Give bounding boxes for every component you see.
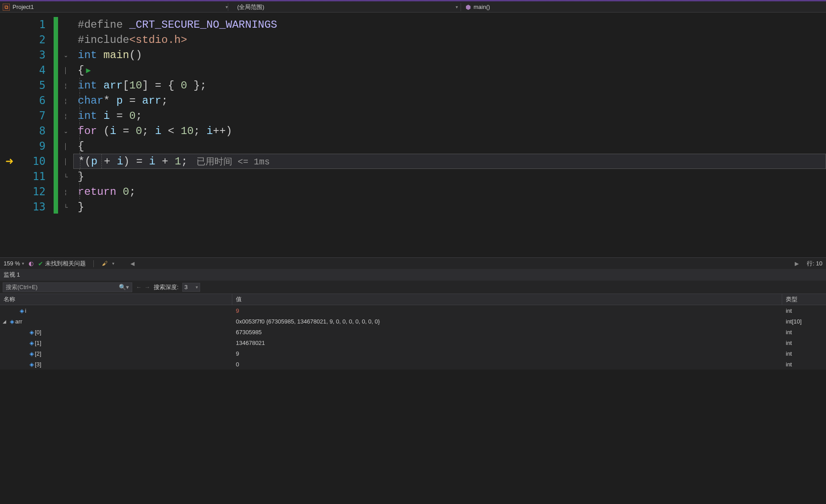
code-line: char* p = arr; [73, 93, 826, 108]
watch-column-header[interactable]: 名称 值 类型 [0, 294, 826, 305]
fold-toggle-icon[interactable]: ⌄ [58, 47, 73, 63]
watch-panel-title: 监视 1 [0, 269, 826, 281]
scroll-right-button[interactable]: ▶ [792, 260, 801, 268]
watch-value: 9 [232, 350, 782, 357]
column-header-type[interactable]: 类型 [782, 294, 826, 305]
zoom-level[interactable]: 159 % ▾ [4, 260, 24, 267]
nav-project-dropdown[interactable]: ⧉ Project1 ▾ [0, 4, 228, 11]
watch-row[interactable]: ◈ [1] 134678021 int [0, 337, 826, 348]
perf-tip[interactable]: 已用时间 <= 1ms [197, 155, 270, 168]
chevron-down-icon: ▾ [456, 4, 458, 9]
code-line: {▶ [73, 63, 826, 78]
search-icon: 🔍▾ [119, 284, 129, 290]
watch-row[interactable]: ◢◈ arr 0x0053f7f0 {67305985, 134678021, … [0, 316, 826, 327]
watch-type: int [782, 350, 826, 357]
code-text-area[interactable]: #define _CRT_SECURE_NO_WARNINGS #include… [73, 13, 826, 257]
watch-row[interactable]: ◈ [0] 67305985 int [0, 327, 826, 337]
nav-scope-dropdown[interactable]: (全局范围) ▾ [228, 2, 461, 12]
watch-row[interactable]: ◈ [3] 0 int [0, 359, 826, 370]
run-to-click-icon[interactable]: ▶ [86, 65, 91, 75]
intellisense-icon[interactable]: ◐ [29, 260, 34, 267]
code-line: #include<stdio.h> [73, 32, 826, 47]
code-line: } [73, 199, 826, 214]
code-line: { [73, 139, 826, 154]
expand-toggle-icon[interactable]: ◢ [0, 319, 9, 324]
nav-function-label: main() [474, 4, 490, 10]
search-back-button[interactable]: ← [136, 284, 142, 290]
cursor-line-indicator[interactable]: 行: 10 [807, 260, 822, 268]
code-line: } [73, 169, 826, 184]
navigation-bar: ⧉ Project1 ▾ (全局范围) ▾ ⬢ main() [0, 2, 826, 13]
watch-type: int [782, 340, 826, 346]
watch-row[interactable]: ◈ [2] 9 int [0, 348, 826, 359]
scroll-left-button[interactable]: ◀ [128, 260, 137, 268]
brush-icon[interactable]: 🖌 [102, 260, 108, 267]
code-line: for (i = 0; i < 10; i++) [73, 123, 826, 139]
variable-icon: ◈ [20, 307, 24, 314]
variable-icon: ◈ [10, 318, 14, 325]
watch-value: 9 [232, 307, 782, 314]
change-indicator-bar [54, 17, 58, 214]
chevron-down-icon: ▾ [196, 285, 198, 290]
search-depth-label: 搜索深度: [154, 283, 179, 291]
variable-icon: ◈ [29, 340, 34, 346]
issues-status[interactable]: ✔未找到相关问题 [38, 260, 86, 268]
nav-function-dropdown[interactable]: ⬢ main() [461, 4, 826, 11]
watch-search-input[interactable]: 搜索(Ctrl+E) 🔍▾ [3, 282, 132, 292]
check-icon: ✔ [38, 260, 43, 267]
cube-icon: ⬢ [465, 4, 471, 11]
editor-status-bar: 159 % ▾ ◐ ✔未找到相关问题 │ 🖌 ▾ ◀ ▶ 行: 10 [0, 257, 826, 269]
search-depth-select[interactable]: 3 ▾ [182, 283, 200, 292]
code-line: int arr[10] = { 0 }; [73, 78, 826, 93]
watch-toolbar: 搜索(Ctrl+E) 🔍▾ ← → 搜索深度: 3 ▾ [0, 281, 826, 294]
code-line: int i = 0; [73, 108, 826, 123]
fold-gutter[interactable]: ⌄ │ ¦ ¦ ¦ ⌄ │ │ └ ¦ └ [58, 13, 73, 257]
watch-value: 134678021 [232, 340, 782, 346]
watch-row[interactable]: ◈ i 9 int [0, 305, 826, 316]
cpp-project-icon: ⧉ [3, 4, 10, 11]
search-forward-button[interactable]: → [144, 284, 150, 290]
watch-panel: 监视 1 搜索(Ctrl+E) 🔍▾ ← → 搜索深度: 3 ▾ 名称 值 类型… [0, 269, 826, 370]
code-line-current: *(p + i) = i + 1;已用时间 <= 1ms [73, 154, 826, 169]
code-line: #define _CRT_SECURE_NO_WARNINGS [73, 17, 826, 32]
watch-type: int[10] [782, 318, 826, 325]
watch-type: int [782, 329, 826, 336]
column-header-value[interactable]: 值 [232, 294, 782, 305]
variable-icon: ◈ [29, 350, 34, 357]
execution-pointer-icon: ➜ [5, 155, 13, 167]
variable-icon: ◈ [29, 361, 34, 368]
code-editor[interactable]: ➜ 1 2 3 4 5 6 7 8 9 10 11 12 13 ⌄ │ ¦ ¦ … [0, 13, 826, 257]
nav-project-label: Project1 [13, 4, 34, 10]
code-line: return 0; [73, 184, 826, 199]
nav-scope-label: (全局范围) [237, 3, 264, 11]
watch-value: 0x0053f7f0 {67305985, 134678021, 9, 0, 0… [232, 318, 782, 325]
fold-toggle-icon[interactable]: ⌄ [58, 123, 73, 139]
line-number-gutter: 1 2 3 4 5 6 7 8 9 10 11 12 13 [19, 13, 54, 257]
watch-value: 0 [232, 361, 782, 368]
watch-type: int [782, 361, 826, 368]
breakpoint-gutter[interactable]: ➜ [0, 13, 19, 257]
variable-icon: ◈ [29, 329, 34, 336]
watch-value: 67305985 [232, 329, 782, 336]
watch-type: int [782, 307, 826, 314]
code-line: int main() [73, 47, 826, 63]
column-header-name[interactable]: 名称 [0, 294, 232, 305]
